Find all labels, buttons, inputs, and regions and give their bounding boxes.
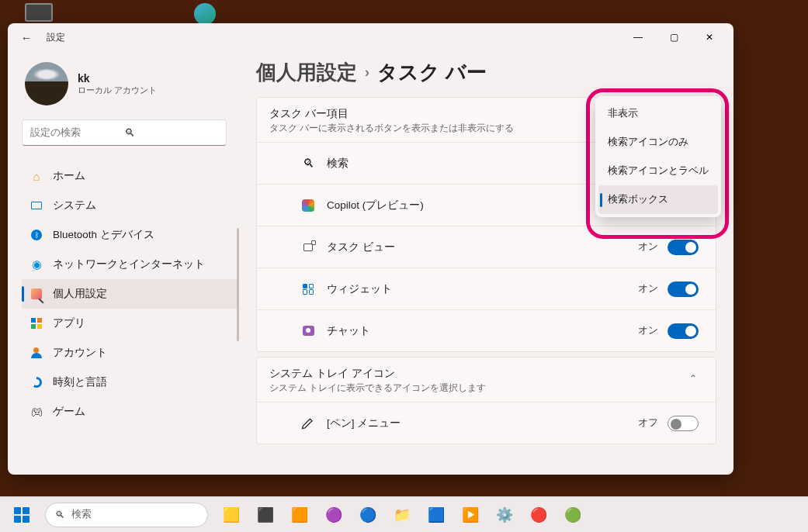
- chat-icon: [300, 323, 316, 339]
- taskbar-taskview[interactable]: ⬛: [250, 499, 281, 530]
- bluetooth-icon: ᛒ: [29, 228, 43, 242]
- sidebar-scrollbar[interactable]: [237, 228, 239, 341]
- taskbar-youtube[interactable]: ▶️: [455, 499, 486, 530]
- maximize-button[interactable]: ▢: [656, 25, 692, 50]
- search-icon: 🔍︎: [300, 156, 316, 171]
- personalization-icon: [29, 287, 43, 301]
- titlebar: ← 設定 — ▢ ✕: [8, 23, 733, 51]
- nav-time-language[interactable]: 時刻と言語: [22, 368, 238, 397]
- settings-search[interactable]: 設定の検索 🔍︎: [22, 119, 227, 146]
- taskbar-chrome[interactable]: 🔴: [523, 499, 554, 530]
- account-icon: [29, 346, 43, 360]
- taskview-toggle[interactable]: [668, 240, 699, 255]
- main-content: 個人用設定 › タスク バー 非表示 検索アイコンのみ 検索アイコンとラベル 検…: [241, 51, 733, 475]
- dropdown-option-icon-label[interactable]: 検索アイコンとラベル: [598, 157, 718, 185]
- nav-account[interactable]: アカウント: [22, 338, 238, 368]
- breadcrumb-current: タスク バー: [377, 59, 487, 86]
- close-button[interactable]: ✕: [692, 25, 727, 50]
- dropdown-option-box[interactable]: 検索ボックス: [598, 185, 718, 214]
- taskbar: 🔍︎ 検索 🟨 ⬛ 🟧 🟣 🔵 📁 🟦 ▶️ ⚙️ 🔴 🟢: [0, 496, 808, 532]
- search-icon: 🔍︎: [55, 510, 65, 520]
- user-name: kk: [78, 72, 157, 85]
- settings-window: ← 設定 — ▢ ✕ kk ローカル アカウント 設定の検索 🔍︎ ⌂ホーム シ…: [8, 23, 733, 475]
- taskbar-search[interactable]: 🔍︎ 検索: [45, 503, 208, 527]
- search-placeholder: 設定の検索: [30, 126, 124, 140]
- chevron-right-icon: ›: [365, 64, 369, 81]
- taskbar-app-3[interactable]: 🟣: [318, 499, 349, 530]
- nav-bluetooth[interactable]: ᛒBluetooth とデバイス: [22, 220, 238, 250]
- wifi-icon: ◉: [29, 257, 43, 271]
- sidebar: kk ローカル アカウント 設定の検索 🔍︎ ⌂ホーム システム ᛒBlueto…: [8, 51, 241, 475]
- window-title: 設定: [47, 31, 65, 44]
- nav-apps[interactable]: アプリ: [22, 309, 238, 338]
- chat-toggle[interactable]: [668, 323, 699, 339]
- widgets-toggle[interactable]: [668, 282, 699, 297]
- avatar: [25, 62, 68, 105]
- search-icon: 🔍︎: [124, 126, 218, 139]
- copilot-icon: [300, 198, 316, 213]
- taskbar-app-4[interactable]: 🟢: [557, 499, 588, 530]
- dropdown-option-icon-only[interactable]: 検索アイコンのみ: [598, 128, 718, 157]
- systray-card: システム トレイ アイコン システム トレイに表示できるアイコンを選択します ⌃…: [256, 357, 716, 444]
- clock-icon: [29, 375, 43, 389]
- taskbar-explorer[interactable]: 📁: [387, 499, 418, 530]
- taskbar-settings[interactable]: ⚙️: [489, 499, 520, 530]
- nav-network[interactable]: ◉ネットワークとインターネット: [22, 250, 238, 279]
- pen-toggle[interactable]: [668, 416, 699, 431]
- search-dropdown: 非表示 検索アイコンのみ 検索アイコンとラベル 検索ボックス: [595, 96, 721, 217]
- apps-icon: [29, 316, 43, 330]
- desktop-icon[interactable]: [194, 3, 216, 25]
- pen-icon: [300, 416, 316, 431]
- taskbar-edge[interactable]: 🔵: [352, 499, 383, 530]
- nav-gaming[interactable]: 🎮︎ゲーム: [22, 397, 238, 427]
- dropdown-option-hide[interactable]: 非表示: [598, 99, 718, 128]
- taskbar-app-1[interactable]: 🟨: [216, 499, 247, 530]
- nav-home[interactable]: ⌂ホーム: [22, 161, 238, 191]
- breadcrumb: 個人用設定 › タスク バー: [256, 59, 716, 86]
- back-button[interactable]: ←: [14, 25, 39, 50]
- taskbar-app-2[interactable]: 🟧: [284, 499, 315, 530]
- breadcrumb-root[interactable]: 個人用設定: [256, 59, 357, 86]
- gamepad-icon: 🎮︎: [29, 405, 43, 419]
- row-chat: チャット オン: [257, 309, 716, 351]
- user-profile[interactable]: kk ローカル アカウント: [22, 57, 241, 116]
- widget-icon: [300, 282, 316, 297]
- nav-personalization[interactable]: 個人用設定: [22, 279, 238, 309]
- start-button[interactable]: [6, 499, 37, 530]
- nav-system[interactable]: システム: [22, 191, 238, 220]
- minimize-button[interactable]: —: [620, 25, 656, 50]
- systray-header[interactable]: システム トレイ アイコン システム トレイに表示できるアイコンを選択します ⌃: [257, 358, 716, 402]
- row-widgets: ウィジェット オン: [257, 268, 716, 309]
- system-icon: [29, 199, 43, 212]
- taskbar-prime[interactable]: 🟦: [421, 499, 452, 530]
- taskview-icon: [300, 240, 316, 255]
- row-pen-menu: [ペン] メニュー オフ: [257, 402, 716, 444]
- row-taskview: タスク ビュー オン: [257, 226, 716, 268]
- home-icon: ⌂: [29, 169, 43, 183]
- desktop-icon[interactable]: [25, 3, 53, 22]
- user-account-type: ローカル アカウント: [78, 85, 157, 96]
- chevron-up-icon: ⌃: [683, 367, 703, 390]
